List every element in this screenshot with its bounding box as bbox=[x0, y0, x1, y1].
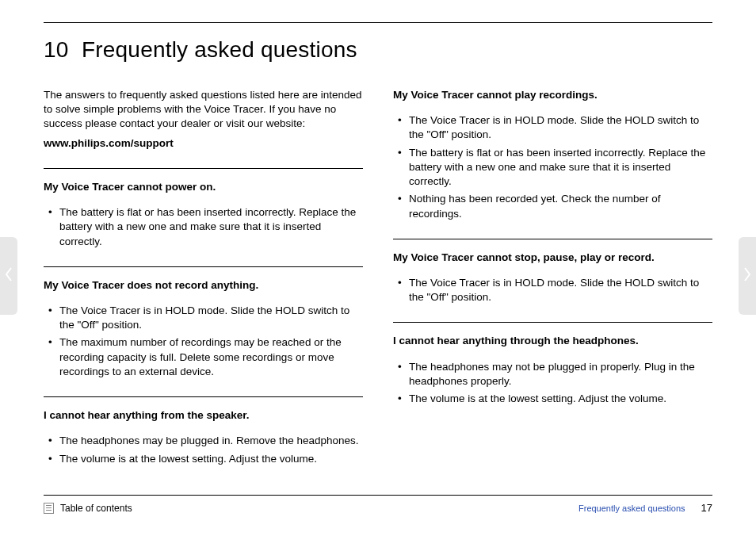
faq-section: My Voice Tracer cannot power on. The bat… bbox=[44, 168, 363, 249]
faq-question: My Voice Tracer cannot stop, pause, play… bbox=[393, 251, 712, 265]
faq-question: I cannot hear anything through the headp… bbox=[393, 334, 712, 348]
faq-answer: The headphones may be plugged in. Remove… bbox=[48, 434, 363, 448]
faq-answers: The Voice Tracer is in HOLD mode. Slide … bbox=[44, 304, 363, 379]
chapter-number: 10 bbox=[44, 37, 82, 63]
faq-answer: The Voice Tracer is in HOLD mode. Slide … bbox=[398, 113, 712, 142]
next-page-button[interactable] bbox=[739, 237, 756, 315]
faq-answer: The Voice Tracer is in HOLD mode. Slide … bbox=[48, 304, 363, 332]
faq-answer: Nothing has been recorded yet. Check the… bbox=[398, 192, 712, 220]
faq-answer: The maximum number of recordings may be … bbox=[48, 335, 363, 379]
top-rule bbox=[44, 22, 712, 23]
faq-answers: The Voice Tracer is in HOLD mode. Slide … bbox=[393, 276, 712, 304]
faq-answer: The volume is at the lowest setting. Adj… bbox=[48, 452, 363, 466]
prev-page-button[interactable] bbox=[0, 237, 17, 315]
faq-question: My Voice Tracer does not record anything… bbox=[44, 278, 363, 293]
toc-label: Table of contents bbox=[60, 503, 132, 514]
faq-answers: The Voice Tracer is in HOLD mode. Slide … bbox=[393, 113, 712, 221]
faq-question: My Voice Tracer cannot power on. bbox=[44, 180, 363, 194]
left-column: The answers to frequently asked question… bbox=[44, 88, 363, 469]
faq-answers: The headphones may not be plugged in pro… bbox=[393, 360, 712, 407]
faq-question: My Voice Tracer cannot play recordings. bbox=[393, 88, 712, 102]
chapter-title-text: Frequently asked questions bbox=[82, 37, 357, 62]
intro-text: The answers to frequently asked question… bbox=[44, 88, 363, 132]
faq-section: I cannot hear anything from the speaker.… bbox=[44, 396, 363, 466]
faq-answer: The headphones may not be plugged in pro… bbox=[398, 360, 712, 389]
faq-answer: The battery is flat or has been inserted… bbox=[398, 146, 712, 190]
faq-answer: The battery is flat or has been inserted… bbox=[48, 205, 363, 249]
page-number: 17 bbox=[701, 502, 712, 514]
columns: The answers to frequently asked question… bbox=[44, 88, 712, 469]
support-url[interactable]: www.philips.com/support bbox=[44, 136, 363, 151]
faq-answers: The battery is flat or has been inserted… bbox=[44, 205, 363, 249]
toc-link[interactable]: Table of contents bbox=[44, 503, 132, 514]
page-footer: Table of contents Frequently asked quest… bbox=[44, 495, 712, 514]
footer-section-link[interactable]: Frequently asked questions bbox=[578, 503, 685, 513]
faq-answers: The headphones may be plugged in. Remove… bbox=[44, 434, 363, 465]
page-content: 10Frequently asked questions The answers… bbox=[44, 22, 712, 514]
faq-section: My Voice Tracer does not record anything… bbox=[44, 266, 363, 379]
chapter-heading: 10Frequently asked questions bbox=[44, 37, 712, 63]
faq-answer: The Voice Tracer is in HOLD mode. Slide … bbox=[398, 276, 712, 304]
faq-section: My Voice Tracer cannot play recordings. … bbox=[393, 88, 712, 221]
faq-section: I cannot hear anything through the headp… bbox=[393, 322, 712, 406]
faq-answer: The volume is at the lowest setting. Adj… bbox=[398, 392, 712, 406]
right-column: My Voice Tracer cannot play recordings. … bbox=[393, 88, 712, 469]
chevron-right-icon bbox=[743, 267, 751, 285]
toc-icon bbox=[44, 503, 54, 514]
chevron-left-icon bbox=[5, 267, 13, 285]
faq-question: I cannot hear anything from the speaker. bbox=[44, 408, 363, 423]
faq-section: My Voice Tracer cannot stop, pause, play… bbox=[393, 239, 712, 305]
